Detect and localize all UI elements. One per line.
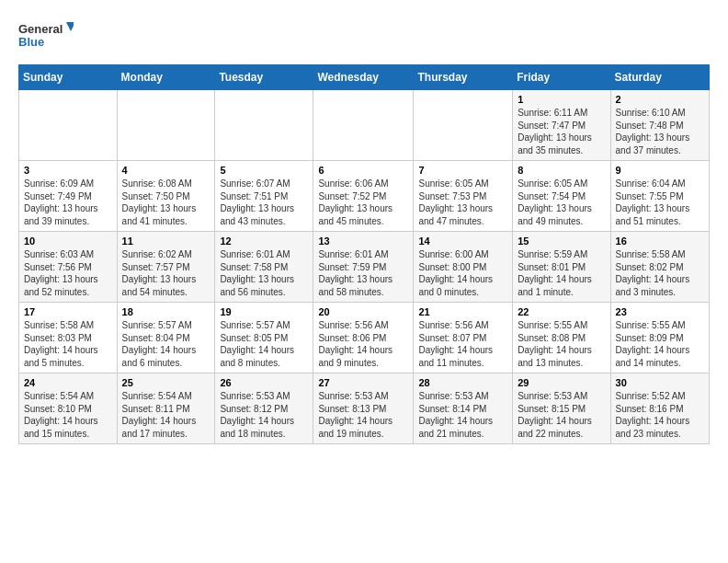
calendar-cell: 17Sunrise: 5:58 AM Sunset: 8:03 PM Dayli…: [19, 303, 118, 373]
day-number: 14: [418, 236, 507, 247]
calendar-cell: 9Sunrise: 6:04 AM Sunset: 7:55 PM Daylig…: [610, 161, 709, 232]
cell-content: Sunrise: 5:58 AM Sunset: 8:03 PM Dayligh…: [24, 319, 112, 369]
cell-content: Sunrise: 5:56 AM Sunset: 8:06 PM Dayligh…: [318, 319, 408, 369]
page-header: General Blue: [18, 18, 710, 55]
cell-content: Sunrise: 5:53 AM Sunset: 8:15 PM Dayligh…: [518, 390, 605, 440]
cell-content: Sunrise: 5:57 AM Sunset: 8:05 PM Dayligh…: [220, 319, 308, 369]
day-number: 28: [418, 377, 507, 388]
calendar-cell: 6Sunrise: 6:06 AM Sunset: 7:52 PM Daylig…: [313, 161, 414, 232]
calendar-cell: 23Sunrise: 5:55 AM Sunset: 8:09 PM Dayli…: [610, 303, 709, 373]
cell-content: Sunrise: 6:04 AM Sunset: 7:55 PM Dayligh…: [616, 178, 704, 227]
calendar-cell: 29Sunrise: 5:53 AM Sunset: 8:15 PM Dayli…: [513, 373, 610, 444]
calendar-cell: 18Sunrise: 5:57 AM Sunset: 8:04 PM Dayli…: [117, 303, 215, 373]
calendar-week-3: 10Sunrise: 6:03 AM Sunset: 7:56 PM Dayli…: [19, 232, 710, 303]
calendar-cell: [313, 90, 414, 161]
cell-content: Sunrise: 5:56 AM Sunset: 8:07 PM Dayligh…: [418, 319, 507, 369]
cell-content: Sunrise: 6:07 AM Sunset: 7:51 PM Dayligh…: [220, 178, 308, 227]
day-number: 30: [616, 377, 704, 388]
calendar-header-row: SundayMondayTuesdayWednesdayThursdayFrid…: [19, 65, 710, 90]
day-number: 9: [616, 165, 704, 176]
day-number: 16: [616, 236, 704, 247]
day-number: 21: [418, 306, 507, 317]
calendar-cell: 7Sunrise: 6:05 AM Sunset: 7:53 PM Daylig…: [414, 161, 513, 232]
cell-content: Sunrise: 6:05 AM Sunset: 7:54 PM Dayligh…: [518, 178, 605, 227]
calendar-cell: 28Sunrise: 5:53 AM Sunset: 8:14 PM Dayli…: [414, 373, 513, 444]
cell-content: Sunrise: 5:52 AM Sunset: 8:16 PM Dayligh…: [616, 390, 704, 440]
cell-content: Sunrise: 5:54 AM Sunset: 8:11 PM Dayligh…: [122, 390, 210, 440]
cell-content: Sunrise: 6:02 AM Sunset: 7:57 PM Dayligh…: [122, 248, 210, 298]
day-number: 4: [122, 165, 210, 176]
calendar-cell: 2Sunrise: 6:10 AM Sunset: 7:48 PM Daylig…: [610, 90, 709, 161]
logo-svg: General Blue: [18, 18, 74, 55]
calendar-cell: 10Sunrise: 6:03 AM Sunset: 7:56 PM Dayli…: [19, 232, 118, 303]
calendar-week-4: 17Sunrise: 5:58 AM Sunset: 8:03 PM Dayli…: [19, 303, 710, 373]
day-number: 8: [518, 165, 605, 176]
cell-content: Sunrise: 5:58 AM Sunset: 8:02 PM Dayligh…: [616, 248, 704, 298]
calendar-cell: 13Sunrise: 6:01 AM Sunset: 7:59 PM Dayli…: [313, 232, 414, 303]
calendar-week-5: 24Sunrise: 5:54 AM Sunset: 8:10 PM Dayli…: [19, 373, 710, 444]
calendar-cell: 16Sunrise: 5:58 AM Sunset: 8:02 PM Dayli…: [610, 232, 709, 303]
day-number: 20: [318, 306, 408, 317]
day-number: 5: [220, 165, 308, 176]
calendar-cell: 30Sunrise: 5:52 AM Sunset: 8:16 PM Dayli…: [610, 373, 709, 444]
cell-content: Sunrise: 6:10 AM Sunset: 7:48 PM Dayligh…: [616, 107, 704, 156]
cell-content: Sunrise: 5:54 AM Sunset: 8:10 PM Dayligh…: [24, 390, 112, 440]
cell-content: Sunrise: 6:01 AM Sunset: 7:59 PM Dayligh…: [318, 248, 408, 298]
cell-content: Sunrise: 5:55 AM Sunset: 8:08 PM Dayligh…: [518, 319, 605, 369]
calendar-cell: [19, 90, 118, 161]
day-number: 1: [518, 94, 605, 105]
col-header-thursday: Thursday: [414, 65, 513, 90]
day-number: 13: [318, 236, 408, 247]
col-header-friday: Friday: [513, 65, 610, 90]
calendar-cell: 12Sunrise: 6:01 AM Sunset: 7:58 PM Dayli…: [215, 232, 313, 303]
calendar-week-1: 1Sunrise: 6:11 AM Sunset: 7:47 PM Daylig…: [19, 90, 710, 161]
cell-content: Sunrise: 5:57 AM Sunset: 8:04 PM Dayligh…: [122, 319, 210, 369]
svg-text:General: General: [18, 22, 63, 36]
calendar-cell: [117, 90, 215, 161]
calendar-table: SundayMondayTuesdayWednesdayThursdayFrid…: [18, 64, 710, 444]
cell-content: Sunrise: 6:05 AM Sunset: 7:53 PM Dayligh…: [418, 178, 507, 227]
calendar-cell: 14Sunrise: 6:00 AM Sunset: 8:00 PM Dayli…: [414, 232, 513, 303]
day-number: 7: [418, 165, 507, 176]
cell-content: Sunrise: 6:09 AM Sunset: 7:49 PM Dayligh…: [24, 178, 112, 227]
calendar-cell: 24Sunrise: 5:54 AM Sunset: 8:10 PM Dayli…: [19, 373, 118, 444]
calendar-cell: 26Sunrise: 5:53 AM Sunset: 8:12 PM Dayli…: [215, 373, 313, 444]
cell-content: Sunrise: 5:53 AM Sunset: 8:14 PM Dayligh…: [418, 390, 507, 440]
calendar-cell: 5Sunrise: 6:07 AM Sunset: 7:51 PM Daylig…: [215, 161, 313, 232]
cell-content: Sunrise: 5:55 AM Sunset: 8:09 PM Dayligh…: [616, 319, 704, 369]
calendar-cell: 1Sunrise: 6:11 AM Sunset: 7:47 PM Daylig…: [513, 90, 610, 161]
col-header-wednesday: Wednesday: [313, 65, 414, 90]
calendar-cell: 4Sunrise: 6:08 AM Sunset: 7:50 PM Daylig…: [117, 161, 215, 232]
col-header-monday: Monday: [117, 65, 215, 90]
day-number: 26: [220, 377, 308, 388]
col-header-tuesday: Tuesday: [215, 65, 313, 90]
day-number: 29: [518, 377, 605, 388]
cell-content: Sunrise: 5:53 AM Sunset: 8:12 PM Dayligh…: [220, 390, 308, 440]
calendar-cell: 20Sunrise: 5:56 AM Sunset: 8:06 PM Dayli…: [313, 303, 414, 373]
day-number: 19: [220, 306, 308, 317]
cell-content: Sunrise: 6:03 AM Sunset: 7:56 PM Dayligh…: [24, 248, 112, 298]
day-number: 12: [220, 236, 308, 247]
day-number: 10: [24, 236, 112, 247]
day-number: 17: [24, 306, 112, 317]
cell-content: Sunrise: 5:59 AM Sunset: 8:01 PM Dayligh…: [518, 248, 605, 298]
calendar-cell: 25Sunrise: 5:54 AM Sunset: 8:11 PM Dayli…: [117, 373, 215, 444]
cell-content: Sunrise: 6:06 AM Sunset: 7:52 PM Dayligh…: [318, 178, 408, 227]
svg-marker-2: [66, 22, 74, 31]
cell-content: Sunrise: 5:53 AM Sunset: 8:13 PM Dayligh…: [318, 390, 408, 440]
calendar-cell: 27Sunrise: 5:53 AM Sunset: 8:13 PM Dayli…: [313, 373, 414, 444]
day-number: 23: [616, 306, 704, 317]
day-number: 18: [122, 306, 210, 317]
day-number: 3: [24, 165, 112, 176]
cell-content: Sunrise: 6:11 AM Sunset: 7:47 PM Dayligh…: [518, 107, 605, 156]
calendar-cell: 21Sunrise: 5:56 AM Sunset: 8:07 PM Dayli…: [414, 303, 513, 373]
day-number: 15: [518, 236, 605, 247]
day-number: 6: [318, 165, 408, 176]
calendar-cell: 3Sunrise: 6:09 AM Sunset: 7:49 PM Daylig…: [19, 161, 118, 232]
cell-content: Sunrise: 6:00 AM Sunset: 8:00 PM Dayligh…: [418, 248, 507, 298]
calendar-cell: 8Sunrise: 6:05 AM Sunset: 7:54 PM Daylig…: [513, 161, 610, 232]
cell-content: Sunrise: 6:08 AM Sunset: 7:50 PM Dayligh…: [122, 178, 210, 227]
day-number: 24: [24, 377, 112, 388]
calendar-week-2: 3Sunrise: 6:09 AM Sunset: 7:49 PM Daylig…: [19, 161, 710, 232]
day-number: 2: [616, 94, 704, 105]
